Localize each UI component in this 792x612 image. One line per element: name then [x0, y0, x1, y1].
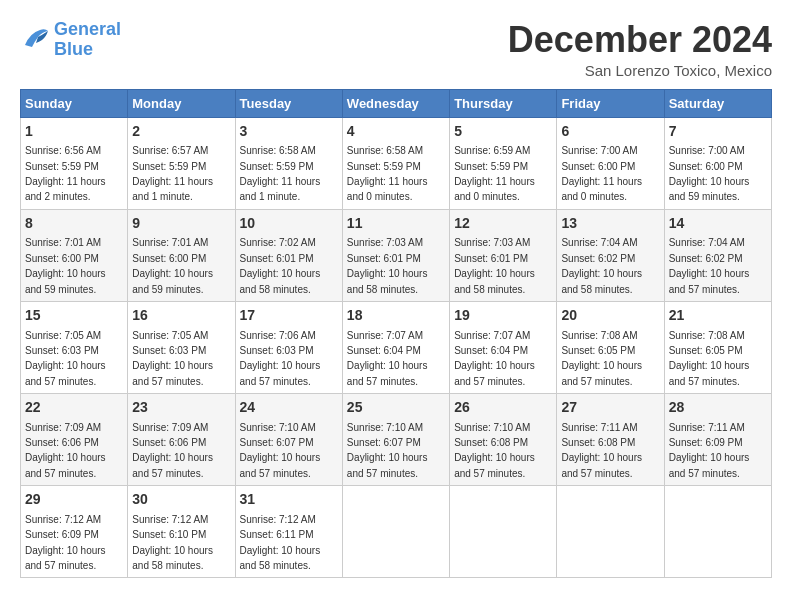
day-info: Sunrise: 7:12 AMSunset: 6:09 PMDaylight:…	[25, 514, 106, 571]
day-number: 17	[240, 306, 338, 326]
header-cell-wednesday: Wednesday	[342, 89, 449, 117]
calendar-cell: 22 Sunrise: 7:09 AMSunset: 6:06 PMDaylig…	[21, 394, 128, 486]
day-number: 21	[669, 306, 767, 326]
calendar-cell: 19 Sunrise: 7:07 AMSunset: 6:04 PMDaylig…	[450, 301, 557, 393]
day-number: 6	[561, 122, 659, 142]
day-number: 22	[25, 398, 123, 418]
day-info: Sunrise: 7:07 AMSunset: 6:04 PMDaylight:…	[347, 330, 428, 387]
calendar-cell: 20 Sunrise: 7:08 AMSunset: 6:05 PMDaylig…	[557, 301, 664, 393]
calendar-cell: 10 Sunrise: 7:02 AMSunset: 6:01 PMDaylig…	[235, 209, 342, 301]
calendar-cell: 1 Sunrise: 6:56 AMSunset: 5:59 PMDayligh…	[21, 117, 128, 209]
header-cell-tuesday: Tuesday	[235, 89, 342, 117]
day-number: 13	[561, 214, 659, 234]
location-title: San Lorenzo Toxico, Mexico	[508, 62, 772, 79]
day-number: 25	[347, 398, 445, 418]
calendar-cell	[557, 486, 664, 578]
day-number: 3	[240, 122, 338, 142]
day-number: 7	[669, 122, 767, 142]
calendar-cell: 11 Sunrise: 7:03 AMSunset: 6:01 PMDaylig…	[342, 209, 449, 301]
day-info: Sunrise: 7:10 AMSunset: 6:07 PMDaylight:…	[347, 422, 428, 479]
calendar-cell: 18 Sunrise: 7:07 AMSunset: 6:04 PMDaylig…	[342, 301, 449, 393]
calendar-header-row: SundayMondayTuesdayWednesdayThursdayFrid…	[21, 89, 772, 117]
day-number: 20	[561, 306, 659, 326]
calendar-cell: 6 Sunrise: 7:00 AMSunset: 6:00 PMDayligh…	[557, 117, 664, 209]
header-cell-monday: Monday	[128, 89, 235, 117]
day-number: 4	[347, 122, 445, 142]
day-info: Sunrise: 7:05 AMSunset: 6:03 PMDaylight:…	[132, 330, 213, 387]
day-info: Sunrise: 7:11 AMSunset: 6:09 PMDaylight:…	[669, 422, 750, 479]
day-info: Sunrise: 7:00 AMSunset: 6:00 PMDaylight:…	[669, 145, 750, 202]
day-number: 27	[561, 398, 659, 418]
day-info: Sunrise: 7:08 AMSunset: 6:05 PMDaylight:…	[561, 330, 642, 387]
day-number: 16	[132, 306, 230, 326]
day-info: Sunrise: 7:00 AMSunset: 6:00 PMDaylight:…	[561, 145, 642, 202]
day-number: 12	[454, 214, 552, 234]
day-number: 28	[669, 398, 767, 418]
day-number: 11	[347, 214, 445, 234]
day-info: Sunrise: 7:09 AMSunset: 6:06 PMDaylight:…	[25, 422, 106, 479]
title-section: December 2024 San Lorenzo Toxico, Mexico	[508, 20, 772, 79]
calendar-cell: 28 Sunrise: 7:11 AMSunset: 6:09 PMDaylig…	[664, 394, 771, 486]
day-number: 9	[132, 214, 230, 234]
day-number: 31	[240, 490, 338, 510]
logo: General Blue	[20, 20, 121, 60]
calendar-cell: 4 Sunrise: 6:58 AMSunset: 5:59 PMDayligh…	[342, 117, 449, 209]
day-number: 29	[25, 490, 123, 510]
calendar-cell: 21 Sunrise: 7:08 AMSunset: 6:05 PMDaylig…	[664, 301, 771, 393]
day-number: 5	[454, 122, 552, 142]
calendar-cell: 27 Sunrise: 7:11 AMSunset: 6:08 PMDaylig…	[557, 394, 664, 486]
day-info: Sunrise: 7:11 AMSunset: 6:08 PMDaylight:…	[561, 422, 642, 479]
calendar-week-row: 1 Sunrise: 6:56 AMSunset: 5:59 PMDayligh…	[21, 117, 772, 209]
header-cell-thursday: Thursday	[450, 89, 557, 117]
calendar-cell: 17 Sunrise: 7:06 AMSunset: 6:03 PMDaylig…	[235, 301, 342, 393]
day-number: 2	[132, 122, 230, 142]
calendar-cell	[450, 486, 557, 578]
day-info: Sunrise: 7:07 AMSunset: 6:04 PMDaylight:…	[454, 330, 535, 387]
calendar-cell: 15 Sunrise: 7:05 AMSunset: 6:03 PMDaylig…	[21, 301, 128, 393]
calendar-week-row: 29 Sunrise: 7:12 AMSunset: 6:09 PMDaylig…	[21, 486, 772, 578]
calendar-cell	[342, 486, 449, 578]
calendar-cell: 29 Sunrise: 7:12 AMSunset: 6:09 PMDaylig…	[21, 486, 128, 578]
day-number: 1	[25, 122, 123, 142]
day-number: 24	[240, 398, 338, 418]
day-info: Sunrise: 6:58 AMSunset: 5:59 PMDaylight:…	[240, 145, 321, 202]
calendar-cell	[664, 486, 771, 578]
day-info: Sunrise: 6:56 AMSunset: 5:59 PMDaylight:…	[25, 145, 106, 202]
calendar-week-row: 22 Sunrise: 7:09 AMSunset: 6:06 PMDaylig…	[21, 394, 772, 486]
day-info: Sunrise: 6:58 AMSunset: 5:59 PMDaylight:…	[347, 145, 428, 202]
day-info: Sunrise: 7:03 AMSunset: 6:01 PMDaylight:…	[454, 237, 535, 294]
day-info: Sunrise: 7:01 AMSunset: 6:00 PMDaylight:…	[25, 237, 106, 294]
calendar-table: SundayMondayTuesdayWednesdayThursdayFrid…	[20, 89, 772, 579]
calendar-cell: 26 Sunrise: 7:10 AMSunset: 6:08 PMDaylig…	[450, 394, 557, 486]
day-info: Sunrise: 7:04 AMSunset: 6:02 PMDaylight:…	[669, 237, 750, 294]
logo-text: General Blue	[54, 20, 121, 60]
day-info: Sunrise: 7:02 AMSunset: 6:01 PMDaylight:…	[240, 237, 321, 294]
calendar-cell: 9 Sunrise: 7:01 AMSunset: 6:00 PMDayligh…	[128, 209, 235, 301]
day-info: Sunrise: 7:08 AMSunset: 6:05 PMDaylight:…	[669, 330, 750, 387]
header-cell-friday: Friday	[557, 89, 664, 117]
calendar-cell: 2 Sunrise: 6:57 AMSunset: 5:59 PMDayligh…	[128, 117, 235, 209]
day-info: Sunrise: 7:03 AMSunset: 6:01 PMDaylight:…	[347, 237, 428, 294]
calendar-cell: 13 Sunrise: 7:04 AMSunset: 6:02 PMDaylig…	[557, 209, 664, 301]
calendar-cell: 5 Sunrise: 6:59 AMSunset: 5:59 PMDayligh…	[450, 117, 557, 209]
calendar-cell: 16 Sunrise: 7:05 AMSunset: 6:03 PMDaylig…	[128, 301, 235, 393]
calendar-cell: 31 Sunrise: 7:12 AMSunset: 6:11 PMDaylig…	[235, 486, 342, 578]
day-info: Sunrise: 7:09 AMSunset: 6:06 PMDaylight:…	[132, 422, 213, 479]
calendar-cell: 24 Sunrise: 7:10 AMSunset: 6:07 PMDaylig…	[235, 394, 342, 486]
day-info: Sunrise: 7:12 AMSunset: 6:11 PMDaylight:…	[240, 514, 321, 571]
calendar-cell: 14 Sunrise: 7:04 AMSunset: 6:02 PMDaylig…	[664, 209, 771, 301]
day-number: 10	[240, 214, 338, 234]
page-header: General Blue December 2024 San Lorenzo T…	[20, 20, 772, 79]
header-cell-saturday: Saturday	[664, 89, 771, 117]
calendar-cell: 3 Sunrise: 6:58 AMSunset: 5:59 PMDayligh…	[235, 117, 342, 209]
day-number: 8	[25, 214, 123, 234]
day-info: Sunrise: 7:10 AMSunset: 6:07 PMDaylight:…	[240, 422, 321, 479]
day-info: Sunrise: 6:57 AMSunset: 5:59 PMDaylight:…	[132, 145, 213, 202]
calendar-week-row: 15 Sunrise: 7:05 AMSunset: 6:03 PMDaylig…	[21, 301, 772, 393]
day-number: 15	[25, 306, 123, 326]
calendar-cell: 7 Sunrise: 7:00 AMSunset: 6:00 PMDayligh…	[664, 117, 771, 209]
day-number: 23	[132, 398, 230, 418]
calendar-cell: 23 Sunrise: 7:09 AMSunset: 6:06 PMDaylig…	[128, 394, 235, 486]
header-cell-sunday: Sunday	[21, 89, 128, 117]
calendar-cell: 25 Sunrise: 7:10 AMSunset: 6:07 PMDaylig…	[342, 394, 449, 486]
